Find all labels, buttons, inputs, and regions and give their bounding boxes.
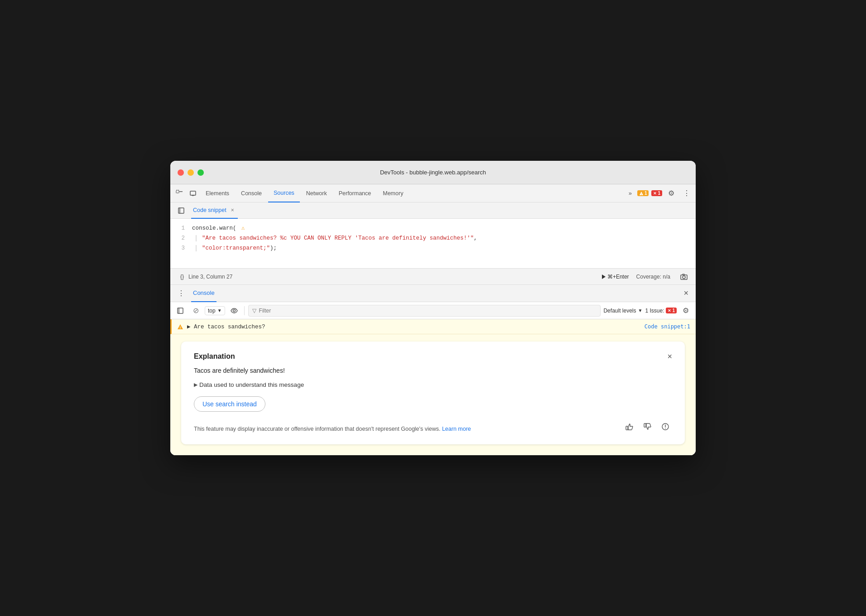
code-line-1: 1 console.warn( ⚠ [170,223,696,233]
screenshot-icon[interactable] [678,270,690,283]
run-icon [602,274,606,279]
code-line-3: 3 "color:transparent;"); [170,243,696,253]
snippet-close-button[interactable]: × [229,206,236,214]
tab-bar-right: » ! 1 ✕ 1 ⚙ ⋮ [626,187,693,200]
explanation-wrap: Explanation × Tacos are definitely sandw… [170,334,696,455]
tab-memory[interactable]: Memory [377,184,409,202]
top-tab-bar: Elements Console Sources Network Perform… [170,184,696,202]
warn-badge-icon: ! [639,191,644,196]
report-icon[interactable] [659,420,672,433]
tab-network[interactable]: Network [301,184,332,202]
explanation-card: Explanation × Tacos are definitely sandw… [181,342,685,444]
learn-more-link[interactable]: Learn more [442,426,471,432]
run-button[interactable]: ⌘+Enter [602,274,629,280]
filter-icon: ▽ [252,308,256,314]
console-header: ⋮ Console × [170,285,696,302]
thumbs-down-icon[interactable] [640,420,654,433]
console-sidebar-icon[interactable] [174,304,187,317]
warning-triangle-icon: ! [177,323,183,330]
line-number-1: 1 [170,223,192,233]
devtools-panel: Elements Console Sources Network Perform… [170,184,696,455]
tab-console[interactable]: Console [236,184,267,202]
titlebar: DevTools - bubble-jingle.web.app/search [170,161,696,184]
tab-elements[interactable]: Elements [200,184,235,202]
traffic-lights [178,169,204,176]
issue-error-badge: ✕ 1 [666,308,677,313]
tab-performance[interactable]: Performance [333,184,377,202]
cursor-position: Line 3, Column 27 [188,274,232,280]
svg-rect-2 [190,191,196,195]
clear-icon[interactable]: ⊘ [189,304,202,317]
more-options-icon[interactable]: ⋮ [680,187,693,200]
svg-point-10 [683,276,685,279]
console-tab[interactable]: Console [191,285,216,302]
explanation-title: Explanation [194,352,235,361]
coverage-label: Coverage: n/a [636,274,670,280]
line-number-3: 3 [170,243,192,253]
inspect-icon[interactable] [173,187,186,200]
console-close-button[interactable]: × [681,288,691,299]
eye-icon[interactable] [228,304,241,317]
explanation-close-button[interactable]: × [667,352,672,361]
levels-arrow-icon: ▼ [638,308,643,313]
minimize-button[interactable] [188,169,194,176]
filter-input[interactable] [259,308,597,314]
toolbar-divider [244,306,245,315]
explanation-header: Explanation × [194,352,672,361]
svg-rect-7 [178,208,184,213]
issue-err-icon: ✕ [668,308,671,313]
sidebar-toggle-icon[interactable] [175,204,188,217]
svg-rect-17 [626,426,628,430]
close-button[interactable] [178,169,184,176]
context-selector[interactable]: top ▼ [205,306,225,315]
devtools-window: DevTools - bubble-jingle.web.app/search … [170,161,696,455]
console-output: ! ▶ Are tacos sandwiches? Code snippet:1… [170,319,696,455]
console-menu-icon[interactable]: ⋮ [175,287,188,300]
snippet-bar: Code snippet × [170,202,696,219]
line-number-2: 2 [170,233,192,243]
line-content-3: "color:transparent;"); [192,243,696,253]
warn-inline-icon: ⚠ [241,223,245,233]
svg-rect-0 [176,190,179,193]
svg-rect-18 [644,424,646,427]
data-used-label: Data used to understand this message [199,381,304,388]
line-content-1: console.warn( ⚠ [192,223,696,233]
disclaimer-text: This feature may display inaccurate or o… [194,425,615,433]
explanation-body: Tacos are definitely sandwiches! [194,367,672,374]
data-used-row[interactable]: ▶ Data used to understand this message [194,381,672,388]
format-icon[interactable]: {} [176,270,188,283]
use-search-button[interactable]: Use search instead [194,396,265,412]
dropdown-arrow-icon: ▼ [217,308,222,313]
default-levels-selector[interactable]: Default levels ▼ [603,308,642,314]
device-icon[interactable] [187,187,199,200]
status-bar: {} Line 3, Column 27 ⌘+Enter Coverage: n… [170,269,696,285]
console-warning-text: ▶ Are tacos sandwiches? [187,323,645,330]
svg-text:!: ! [641,192,642,195]
issue-counter[interactable]: 1 Issue: ✕ 1 [645,308,677,314]
code-editor[interactable]: 1 console.warn( ⚠ 2 "Are tacos sandwiche… [170,219,696,269]
settings-icon[interactable]: ⚙ [665,187,678,200]
error-icon: ✕ [653,191,657,196]
more-tabs-button[interactable]: » [626,189,635,197]
thumbs-up-icon[interactable] [622,420,636,433]
svg-text:!: ! [180,326,181,330]
warnings-badge[interactable]: ! 1 [637,190,649,196]
line-content-2: "Are tacos sandwiches? %c YOU CAN ONLY R… [192,233,696,243]
maximize-button[interactable] [197,169,204,176]
console-toolbar: ⊘ top ▼ ▽ Default levels ▼ 1 Issu [170,302,696,319]
window-title: DevTools - bubble-jingle.web.app/search [380,169,486,176]
feedback-icons [622,420,672,433]
console-settings-icon[interactable]: ⚙ [679,304,692,317]
source-link[interactable]: Code snippet:1 [645,323,690,330]
svg-point-21 [665,428,666,429]
svg-rect-12 [178,308,183,313]
errors-badge[interactable]: ✕ 1 [651,190,662,196]
disclaimer: This feature may display inaccurate or o… [194,420,672,433]
code-snippet-tab[interactable]: Code snippet × [191,202,238,219]
svg-point-14 [233,309,235,312]
filter-input-wrap: ▽ [248,305,601,317]
tab-sources[interactable]: Sources [268,184,300,202]
status-right: ⌘+Enter Coverage: n/a [602,270,690,283]
triangle-svg: ! [177,324,183,330]
console-warning-row[interactable]: ! ▶ Are tacos sandwiches? Code snippet:1 [170,319,696,334]
